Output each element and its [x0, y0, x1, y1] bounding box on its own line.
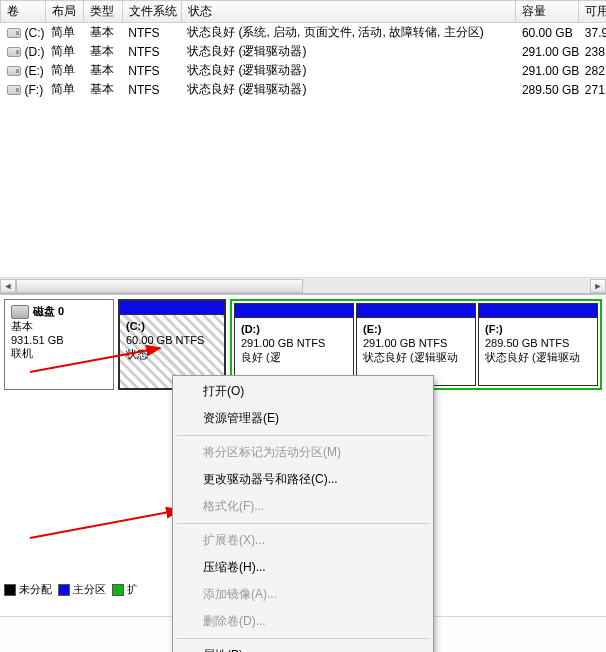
- cell-status: 状态良好 (逻辑驱动器): [181, 61, 516, 80]
- partition-e[interactable]: (E:) 291.00 GB NTFS 状态良好 (逻辑驱动: [356, 303, 476, 386]
- partition-label: (D:): [241, 322, 347, 336]
- menu-properties[interactable]: 属性(P): [175, 642, 431, 652]
- cell-available: 238.: [579, 42, 606, 61]
- volume-table: 卷 布局 类型 文件系统 状态 容量 可用 (C:) 简单 基本 NTFS 状态…: [0, 0, 606, 99]
- cell-volume: (D:): [25, 45, 45, 59]
- column-header-row: 卷 布局 类型 文件系统 状态 容量 可用: [1, 1, 607, 23]
- menu-mirror: 添加镜像(A)...: [175, 581, 431, 608]
- table-row[interactable]: (C:) 简单 基本 NTFS 状态良好 (系统, 启动, 页面文件, 活动, …: [1, 23, 607, 43]
- drive-icon: [7, 85, 21, 95]
- partition-label: (F:): [485, 322, 591, 336]
- scroll-right-arrow-icon[interactable]: ►: [590, 279, 606, 293]
- cell-available: 271.: [579, 80, 606, 99]
- scroll-thumb[interactable]: [16, 279, 303, 293]
- menu-separator: [177, 435, 429, 436]
- cell-volume: (C:): [25, 26, 45, 40]
- partition-size: 289.50 GB NTFS: [485, 336, 591, 350]
- menu-open[interactable]: 打开(O): [175, 378, 431, 405]
- cell-layout: 简单: [45, 23, 84, 43]
- cell-volume: (F:): [25, 83, 44, 97]
- cell-fs: NTFS: [122, 23, 181, 43]
- partition-state: 状态: [126, 347, 218, 361]
- disk-state: 联机: [11, 346, 107, 361]
- col-volume[interactable]: 卷: [1, 1, 46, 23]
- menu-separator: [177, 638, 429, 639]
- svg-line-1: [30, 510, 180, 538]
- cell-capacity: 60.00 GB: [516, 23, 579, 43]
- cell-type: 基本: [84, 80, 123, 99]
- table-row[interactable]: (E:) 简单 基本 NTFS 状态良好 (逻辑驱动器) 291.00 GB 2…: [1, 61, 607, 80]
- cell-layout: 简单: [45, 61, 84, 80]
- cell-layout: 简单: [45, 42, 84, 61]
- cell-type: 基本: [84, 61, 123, 80]
- table-row[interactable]: (F:) 简单 基本 NTFS 状态良好 (逻辑驱动器) 289.50 GB 2…: [1, 80, 607, 99]
- cell-type: 基本: [84, 42, 123, 61]
- annotation-arrow-icon: [30, 430, 190, 543]
- cell-capacity: 291.00 GB: [516, 61, 579, 80]
- legend-label-primary: 主分区: [73, 583, 106, 595]
- context-menu: 打开(O) 资源管理器(E) 将分区标记为活动分区(M) 更改驱动器号和路径(C…: [172, 375, 434, 652]
- cell-capacity: 289.50 GB: [516, 80, 579, 99]
- cell-fs: NTFS: [122, 42, 181, 61]
- menu-delete: 删除卷(D)...: [175, 608, 431, 635]
- legend-swatch-primary: [58, 584, 70, 596]
- cell-capacity: 291.00 GB: [516, 42, 579, 61]
- col-available[interactable]: 可用: [579, 1, 606, 23]
- disk-type: 基本: [11, 319, 107, 334]
- menu-separator: [177, 523, 429, 524]
- drive-icon: [7, 66, 21, 76]
- col-type[interactable]: 类型: [84, 1, 123, 23]
- cell-volume: (E:): [25, 64, 44, 78]
- col-fs[interactable]: 文件系统: [122, 1, 181, 23]
- cell-fs: NTFS: [122, 61, 181, 80]
- col-layout[interactable]: 布局: [45, 1, 84, 23]
- partition-size: 60.00 GB NTFS: [126, 333, 218, 347]
- volume-list-pane: 卷 布局 类型 文件系统 状态 容量 可用 (C:) 简单 基本 NTFS 状态…: [0, 0, 606, 294]
- disk-name: 磁盘 0: [33, 305, 64, 317]
- partition-label: (E:): [363, 322, 469, 336]
- partition-size: 291.00 GB NTFS: [363, 336, 469, 350]
- partition-state: 状态良好 (逻辑驱动: [485, 350, 591, 364]
- partition-header-bar: [479, 304, 597, 318]
- legend-label-extended: 扩: [127, 583, 138, 595]
- disk-icon: [11, 305, 29, 319]
- cell-layout: 简单: [45, 80, 84, 99]
- menu-format: 格式化(F)...: [175, 493, 431, 520]
- legend: 未分配 主分区 扩: [4, 582, 138, 597]
- partition-size: 291.00 GB NTFS: [241, 336, 347, 350]
- disk-size: 931.51 GB: [11, 334, 107, 346]
- cell-available: 282.: [579, 61, 606, 80]
- partition-header-bar: [357, 304, 475, 318]
- partition-state: 良好 (逻: [241, 350, 347, 364]
- drive-icon: [7, 28, 21, 38]
- volume-list-empty-area: [0, 99, 606, 277]
- cell-available: 37.9: [579, 23, 606, 43]
- horizontal-scrollbar[interactable]: ◄ ►: [0, 277, 606, 293]
- menu-explorer[interactable]: 资源管理器(E): [175, 405, 431, 432]
- partition-state: 状态良好 (逻辑驱动: [363, 350, 469, 364]
- legend-swatch-unallocated: [4, 584, 16, 596]
- cell-status: 状态良好 (逻辑驱动器): [181, 42, 516, 61]
- cell-status: 状态良好 (逻辑驱动器): [181, 80, 516, 99]
- table-row[interactable]: (D:) 简单 基本 NTFS 状态良好 (逻辑驱动器) 291.00 GB 2…: [1, 42, 607, 61]
- cell-type: 基本: [84, 23, 123, 43]
- scroll-track[interactable]: [16, 279, 590, 293]
- menu-change-letter[interactable]: 更改驱动器号和路径(C)...: [175, 466, 431, 493]
- legend-label-unallocated: 未分配: [19, 583, 52, 595]
- menu-shrink[interactable]: 压缩卷(H)...: [175, 554, 431, 581]
- cell-status: 状态良好 (系统, 启动, 页面文件, 活动, 故障转储, 主分区): [181, 23, 516, 43]
- partition-label: (C:): [126, 319, 218, 333]
- menu-extend: 扩展卷(X)...: [175, 527, 431, 554]
- cell-fs: NTFS: [122, 80, 181, 99]
- legend-swatch-extended: [112, 584, 124, 596]
- partition-header-bar: [120, 301, 224, 315]
- drive-icon: [7, 47, 21, 57]
- scroll-left-arrow-icon[interactable]: ◄: [0, 279, 16, 293]
- col-capacity[interactable]: 容量: [516, 1, 579, 23]
- disk-info-box[interactable]: 磁盘 0 基本 931.51 GB 联机: [4, 299, 114, 390]
- partition-header-bar: [235, 304, 353, 318]
- col-status[interactable]: 状态: [181, 1, 516, 23]
- menu-mark-active: 将分区标记为活动分区(M): [175, 439, 431, 466]
- partition-d[interactable]: (D:) 291.00 GB NTFS 良好 (逻: [234, 303, 354, 386]
- partition-f[interactable]: (F:) 289.50 GB NTFS 状态良好 (逻辑驱动: [478, 303, 598, 386]
